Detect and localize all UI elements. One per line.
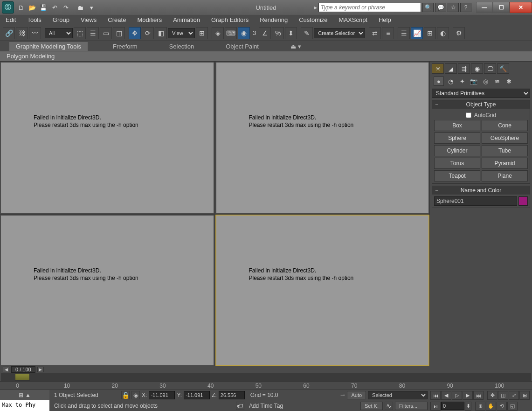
align-icon[interactable]: ≡ — [382, 27, 394, 39]
timeline-next-icon[interactable]: ▶ — [37, 367, 44, 372]
pyramid-button[interactable]: Pyramid — [482, 158, 528, 169]
spacewarps-icon[interactable]: ≋ — [492, 77, 502, 86]
cylinder-button[interactable]: Cylinder — [434, 145, 480, 156]
unlink-icon[interactable]: ⛓ — [16, 27, 28, 39]
teapot-button[interactable]: Teapot — [434, 170, 480, 181]
autogrid-checkbox[interactable] — [466, 112, 471, 118]
key-filters-button[interactable]: Filters... — [395, 402, 428, 410]
select-icon[interactable]: ⬚ — [74, 27, 86, 39]
plane-button[interactable]: Plane — [482, 170, 528, 181]
viewport-nav8-icon[interactable]: ◱ — [507, 402, 518, 411]
select-by-name-icon[interactable]: ☰ — [87, 27, 99, 39]
close-button[interactable]: ✕ — [510, 2, 532, 13]
key-mode-icon[interactable]: ⊸ — [340, 392, 345, 398]
motion-tab-icon[interactable]: ◉ — [471, 63, 483, 74]
time-tag-icon[interactable]: 🏷 — [236, 402, 244, 410]
mirror-icon[interactable]: ⇄ — [369, 27, 381, 39]
snap-toggle-icon[interactable]: ◉ — [238, 27, 250, 39]
viewport-bottom-right[interactable]: Failed in initialize Direct3D.Please res… — [215, 215, 430, 367]
tab-graphite[interactable]: Graphite Modeling Tools — [9, 42, 88, 51]
add-time-tag-label[interactable]: Add Time Tag — [246, 403, 286, 409]
open-icon[interactable]: 📂 — [27, 3, 37, 12]
redo-icon[interactable]: ↷ — [61, 3, 71, 12]
object-type-header[interactable]: Object Type — [432, 100, 530, 109]
goto-end-icon[interactable]: ⏭ — [473, 391, 484, 400]
selection-filter-dropdown[interactable]: All — [45, 28, 73, 38]
percent-snap-icon[interactable]: % — [272, 27, 284, 39]
color-swatch[interactable] — [518, 196, 528, 206]
spinner-snap-icon[interactable]: ⬍ — [285, 27, 297, 39]
name-color-header[interactable]: Name and Color — [432, 186, 530, 195]
geometry-icon[interactable]: ● — [434, 77, 444, 86]
set-key-button[interactable]: Set K. — [360, 402, 383, 410]
tab-object-paint[interactable]: Object Paint — [219, 42, 265, 51]
angle-snap-icon[interactable]: ∠ — [259, 27, 271, 39]
reference-coord-dropdown[interactable]: View — [168, 28, 195, 38]
search-chevron-icon[interactable]: ▸ — [314, 4, 317, 11]
key-mode-toggle-icon[interactable]: ⏯ — [430, 402, 441, 411]
lights-icon[interactable]: ✦ — [457, 77, 467, 86]
ribbon-options-icon[interactable]: ⏏ ▾ — [284, 42, 308, 51]
menu-animation[interactable]: Animation — [173, 16, 200, 23]
material-editor-icon[interactable]: ◐ — [437, 27, 449, 39]
window-crossing-icon[interactable]: ◫ — [113, 27, 125, 39]
menu-rendering[interactable]: Rendering — [260, 16, 288, 23]
create-tab-icon[interactable]: ✳ — [432, 63, 444, 74]
torus-button[interactable]: Torus — [434, 158, 480, 169]
systems-icon[interactable]: ✱ — [504, 77, 514, 86]
menu-maxscript[interactable]: MAXScript — [339, 16, 367, 23]
sphere-button[interactable]: Sphere — [434, 132, 480, 144]
x-input[interactable] — [149, 391, 175, 399]
menu-help[interactable]: Help — [379, 16, 391, 23]
menu-group[interactable]: Group — [53, 16, 69, 23]
cameras-icon[interactable]: 📷 — [469, 77, 479, 86]
schematic-icon[interactable]: ⊞ — [424, 27, 436, 39]
layers-icon[interactable]: ☰ — [398, 27, 410, 39]
menu-create[interactable]: Create — [108, 16, 126, 23]
geosphere-button[interactable]: GeoSphere — [482, 132, 528, 144]
app-menu-icon[interactable]: Ⓢ — [2, 1, 14, 14]
shapes-icon[interactable]: ◔ — [445, 77, 456, 86]
viewport-nav6-icon[interactable]: ✋ — [486, 402, 496, 411]
save-icon[interactable]: 💾 — [38, 3, 48, 12]
tab-selection[interactable]: Selection — [163, 42, 200, 51]
menu-modifiers[interactable]: Modifiers — [137, 16, 162, 23]
tube-button[interactable]: Tube — [482, 145, 528, 156]
spinner-up-icon[interactable]: ▲ — [25, 392, 31, 398]
next-frame-icon[interactable]: ▶ — [463, 391, 473, 400]
manipulate-icon[interactable]: ◈ — [212, 27, 224, 39]
object-name-input[interactable] — [434, 196, 517, 206]
qat-dropdown-icon[interactable]: ▾ — [86, 3, 97, 12]
favorite-icon[interactable]: ☆ — [448, 3, 459, 12]
y-input[interactable] — [184, 391, 210, 399]
link-icon[interactable]: 🔗 — [3, 27, 15, 39]
communication-icon[interactable]: 💬 — [435, 3, 446, 12]
prev-frame-icon[interactable]: ◀ — [441, 391, 451, 400]
viewport-top-left[interactable]: Failed in initialize Direct3D.Please res… — [0, 62, 214, 214]
goto-start-icon[interactable]: ⏮ — [430, 391, 441, 400]
keyboard-shortcut-icon[interactable]: ⌨ — [225, 27, 237, 39]
transform-type-in-icon[interactable]: ⊞ — [19, 392, 23, 398]
play-icon[interactable]: ▷ — [452, 391, 462, 400]
viewport-nav5-icon[interactable]: ⊕ — [475, 402, 485, 411]
maxscript-listener[interactable]: Max to Phy — [0, 400, 49, 411]
modify-tab-icon[interactable]: ◢ — [445, 63, 457, 74]
menu-tools[interactable]: Tools — [27, 16, 41, 23]
new-icon[interactable]: 🗋 — [16, 3, 26, 12]
z-input[interactable] — [219, 391, 245, 399]
named-selection-edit-icon[interactable]: ✎ — [301, 27, 313, 39]
frame-spinner-icon[interactable]: ⬍ — [465, 402, 471, 411]
viewport-top-right[interactable]: Failed in initialize Direct3D.Please res… — [215, 62, 430, 214]
project-icon[interactable]: 🖿 — [75, 3, 85, 12]
menu-views[interactable]: Views — [81, 16, 97, 23]
menu-customize[interactable]: Customize — [299, 16, 327, 23]
curve-editor-icon[interactable]: 📈 — [411, 27, 423, 39]
viewport-nav3-icon[interactable]: ⤢ — [509, 391, 519, 400]
viewport-nav1-icon[interactable]: ✥ — [487, 391, 497, 400]
pivot-icon[interactable]: ⊞ — [196, 27, 208, 39]
maximize-button[interactable]: ☐ — [493, 2, 510, 13]
timeline-prev-icon[interactable]: ◀ — [3, 367, 9, 372]
undo-icon[interactable]: ↶ — [49, 3, 60, 12]
viewport-bottom-left[interactable]: Failed in initialize Direct3D.Please res… — [0, 215, 214, 367]
help-icon[interactable]: ? — [460, 3, 471, 12]
